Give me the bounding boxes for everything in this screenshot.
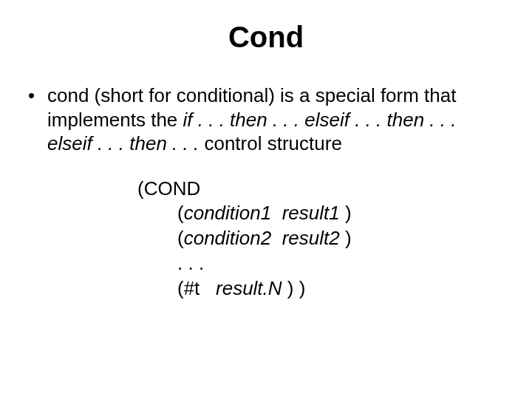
code-l2-open: (	[177, 202, 184, 224]
code-l3-a: condition2	[184, 227, 272, 249]
code-l2-gap	[271, 202, 282, 224]
bullet-mark: •	[27, 83, 47, 108]
code-l3-b: result2	[282, 227, 340, 249]
slide-title: Cond	[27, 21, 505, 54]
code-l2-b: result1	[282, 202, 340, 224]
code-l3-close: )	[340, 227, 352, 249]
code-line-4: . . .	[137, 251, 505, 276]
code-line-2: (condition1 result1 )	[137, 201, 505, 226]
code-l2-a: condition1	[184, 202, 272, 224]
bullet-seg3: control structure	[204, 132, 341, 154]
code-line-3: (condition2 result2 )	[137, 226, 505, 251]
code-l5-it: result.N	[216, 277, 282, 299]
code-line-1: (COND	[137, 177, 505, 202]
slide: Cond • cond (short for conditional) is a…	[0, 0, 532, 399]
code-l5-close: ) )	[282, 277, 306, 299]
code-l5-open: (#t	[177, 277, 216, 299]
bullet-text: cond (short for conditional) is a specia…	[47, 83, 505, 156]
code-line-5: (#t result.N ) )	[137, 276, 505, 301]
code-l3-open: (	[177, 227, 184, 249]
code-l3-gap	[271, 227, 282, 249]
bullet-item: • cond (short for conditional) is a spec…	[27, 83, 505, 156]
code-l2-close: )	[340, 202, 352, 224]
code-block: (COND (condition1 result1 ) (condition2 …	[137, 177, 505, 301]
